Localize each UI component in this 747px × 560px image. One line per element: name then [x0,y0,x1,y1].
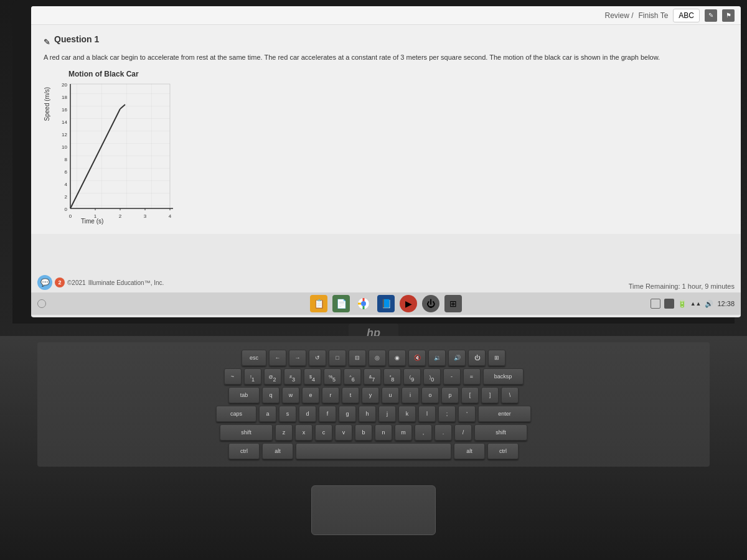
key-vol-up[interactable]: 🔊 [448,350,466,366]
key-e[interactable]: e [302,387,319,403]
key-u[interactable]: u [382,387,399,403]
svg-text:4: 4 [169,213,172,219]
abc-button[interactable]: ABC [673,9,700,22]
key-r[interactable]: r [322,387,339,403]
taskbar-app1[interactable]: 📋 [310,295,327,312]
taskbar-wifi-icon[interactable] [664,299,674,309]
key-enter[interactable]: enter [478,406,531,422]
key-space[interactable] [296,443,451,459]
taskbar-app2[interactable]: 📄 [332,295,350,312]
svg-text:12: 12 [62,132,67,138]
key-period[interactable]: . [435,424,452,441]
key-p[interactable]: p [441,387,459,403]
key-a[interactable]: a [259,406,276,422]
key-bracket-left[interactable]: [ [461,387,479,403]
key-quote[interactable]: ' [458,406,476,422]
key-1[interactable]: !1 [244,368,261,385]
screen-content: Review / Finish Te ABC ✎ ⚑ ✎ Question 1 … [31,6,741,317]
key-refresh[interactable]: ↺ [309,350,326,366]
key-back[interactable]: ← [269,350,286,366]
key-semicolon[interactable]: ; [438,406,456,422]
key-o[interactable]: o [421,387,439,403]
key-backslash[interactable]: \ [501,387,519,403]
key-s[interactable]: s [279,406,296,422]
circle-button[interactable] [37,299,46,308]
key-2[interactable]: @2 [264,368,281,385]
key-bright-up[interactable]: ◉ [388,350,406,366]
key-4[interactable]: $4 [304,368,321,385]
chat-icon[interactable]: 💬 [37,275,52,290]
key-v[interactable]: v [335,424,352,441]
key-g[interactable]: g [339,406,356,422]
key-slash[interactable]: / [454,424,472,441]
key-equal[interactable]: = [463,368,481,385]
key-forward[interactable]: → [289,350,306,366]
key-c[interactable]: c [315,424,332,441]
key-w[interactable]: w [282,387,299,403]
key-backspace[interactable]: backsp [483,368,524,385]
taskbar-power[interactable]: ⏻ [422,295,439,312]
key-7[interactable]: &7 [364,368,381,385]
key-b[interactable]: b [355,424,372,441]
taskbar-app3[interactable]: 📘 [377,295,395,312]
key-z[interactable]: z [275,424,293,441]
key-l[interactable]: l [418,406,436,422]
key-alt-right[interactable]: alt [454,443,485,459]
key-d[interactable]: d [299,406,316,422]
review-text: Review / [604,11,633,20]
svg-text:20: 20 [62,82,67,88]
key-tilde[interactable]: ~ [224,368,242,385]
key-9[interactable]: (9 [403,368,421,385]
key-power[interactable]: ⏻ [468,350,486,366]
key-bracket-right[interactable]: ] [481,387,499,403]
key-bright-down[interactable]: ◎ [369,350,386,366]
key-lock[interactable]: ⊞ [488,350,505,366]
key-shift-left[interactable]: shift [220,424,273,441]
key-vol-down[interactable]: 🔉 [428,350,446,366]
touchpad[interactable] [311,485,436,535]
top-strip: Review / Finish Te ABC ✎ ⚑ [31,6,741,25]
key-windows[interactable]: ⊟ [349,350,366,366]
key-6[interactable]: ^6 [344,368,361,385]
key-comma[interactable]: , [415,424,432,441]
key-i[interactable]: i [402,387,419,403]
graph-wrapper: Speed (m/s) [44,81,728,224]
taskbar-youtube[interactable]: ▶ [400,295,417,312]
key-ctrl-left[interactable]: ctrl [228,443,260,459]
taskbar-chrome[interactable] [355,295,372,312]
key-alt-left[interactable]: alt [262,443,293,459]
key-x[interactable]: x [295,424,312,441]
key-8[interactable]: *8 [383,368,401,385]
company-name: Illuminate Education™, Inc. [88,279,164,286]
key-tab[interactable]: tab [228,387,260,403]
taskbar-right: 🔋 ▲▲ 🔊 12:38 [651,299,735,309]
key-n[interactable]: n [375,424,392,441]
key-0[interactable]: )0 [423,368,441,385]
key-y[interactable]: y [362,387,379,403]
taskbar-app4[interactable]: ⊞ [444,295,462,312]
svg-text:2: 2 [119,213,122,219]
svg-text:0: 0 [69,213,72,219]
key-shift-right[interactable]: shift [474,424,527,441]
key-f[interactable]: f [319,406,336,422]
key-k[interactable]: k [398,406,416,422]
svg-text:6: 6 [65,169,68,175]
keyboard-deck: esc ← → ↺ □ ⊟ ◎ ◉ 🔇 🔉 🔊 ⏻ ⊞ ~ !1 @2 #3 [37,342,710,467]
flag-icon[interactable]: ⚑ [722,9,735,22]
key-3[interactable]: #3 [284,368,301,385]
taskbar-display-icon[interactable] [651,299,660,309]
key-q[interactable]: q [262,387,280,403]
key-minus[interactable]: - [443,368,461,385]
key-5[interactable]: %5 [324,368,341,385]
key-mute[interactable]: 🔇 [408,350,426,366]
key-m[interactable]: m [395,424,412,441]
key-ctrl-right[interactable]: ctrl [487,443,519,459]
key-caps[interactable]: caps [216,406,256,422]
key-fullscreen[interactable]: □ [329,350,346,366]
screen-bezel: Review / Finish Te ABC ✎ ⚑ ✎ Question 1 … [12,0,735,324]
edit-icon[interactable]: ✎ [705,9,717,22]
key-t[interactable]: t [342,387,359,403]
key-j[interactable]: j [378,406,396,422]
key-esc[interactable]: esc [242,350,266,366]
key-h[interactable]: h [359,406,376,422]
